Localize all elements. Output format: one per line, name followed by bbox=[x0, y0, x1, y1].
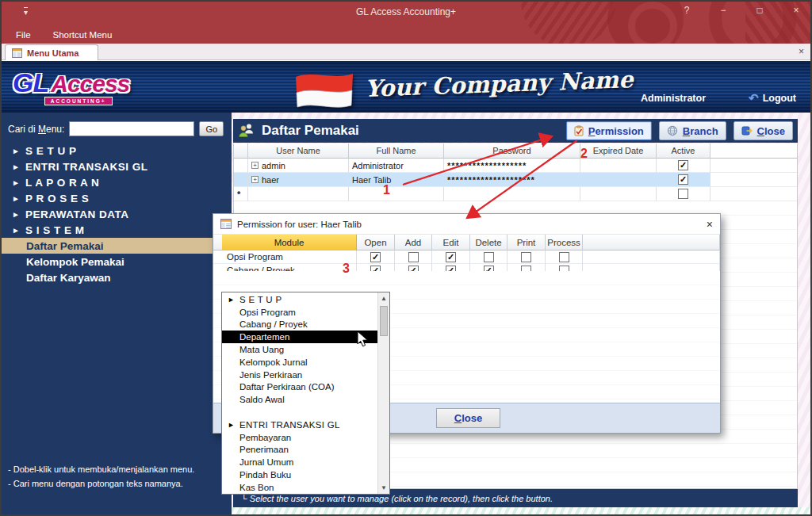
restore-icon[interactable]: □ bbox=[750, 5, 769, 16]
dropdown-item-kas-bon[interactable]: Kas Bon bbox=[222, 481, 377, 494]
dialog-close-icon[interactable]: × bbox=[707, 218, 713, 231]
row-selector[interactable] bbox=[234, 173, 248, 187]
dropdown-scrollbar[interactable]: ▲ ▼ bbox=[377, 292, 389, 494]
col-delete[interactable]: Delete bbox=[470, 235, 508, 250]
menu-search-input[interactable] bbox=[69, 121, 194, 136]
dropdown-item-pembayaran[interactable]: Pembayaran bbox=[222, 431, 377, 444]
minimize-icon[interactable]: − bbox=[714, 5, 733, 16]
dropdown-item-kelompok-jurnal[interactable]: Kelompok Jurnal bbox=[222, 356, 377, 369]
sidebar-item-proses[interactable]: ►P R O S E S bbox=[2, 190, 232, 206]
process-checkbox[interactable] bbox=[559, 252, 569, 262]
expand-icon[interactable]: + bbox=[251, 162, 259, 169]
close-form-icon[interactable]: × bbox=[799, 46, 804, 57]
dialog-title: Permission for user: Haer Talib bbox=[237, 220, 701, 229]
sidebar-item-laporan[interactable]: ►L A P O R A N bbox=[2, 174, 232, 190]
col-process[interactable]: Process bbox=[546, 235, 583, 250]
form-icon bbox=[12, 48, 22, 58]
logout-button[interactable]: ↶ Logout bbox=[749, 91, 796, 105]
dropdown-item-saldo-awal[interactable]: Saldo Awal bbox=[222, 393, 377, 406]
dialog-title-bar[interactable]: Permission for user: Haer Talib × bbox=[213, 214, 720, 235]
close-form-button[interactable]: Close bbox=[733, 121, 793, 140]
users-icon bbox=[238, 123, 255, 139]
col-active[interactable]: Active bbox=[657, 143, 710, 159]
company-name: Your Company Name bbox=[365, 66, 634, 102]
go-button[interactable]: Go bbox=[199, 121, 224, 136]
select-all-cell[interactable] bbox=[234, 143, 248, 159]
footnote: - Cari menu dengan potongan teks namanya… bbox=[8, 476, 194, 491]
col-print[interactable]: Print bbox=[508, 235, 546, 250]
bottom-stripe-decoration bbox=[232, 507, 810, 514]
permission-row-opsi-program[interactable]: Opsi Program ✓ ✓ bbox=[213, 250, 720, 264]
sidebar-item-perawatan-data[interactable]: ►PERAWATAN DATA bbox=[2, 206, 232, 222]
dropdown-item-opsi-program[interactable]: Opsi Program bbox=[222, 306, 377, 319]
title-bar: ▾ GL Access Accounting+ ? − □ × File Sho… bbox=[2, 2, 810, 44]
active-checkbox[interactable]: ✓ bbox=[678, 160, 688, 170]
sidebar-item-setup[interactable]: ►S E T U P bbox=[2, 143, 232, 159]
dropdown-item-jenis-perkiraan[interactable]: Jenis Perkiraan bbox=[222, 369, 377, 381]
globe-icon bbox=[667, 125, 678, 136]
menu-shortcut-menu[interactable]: Shortcut Menu bbox=[53, 30, 113, 40]
col-add[interactable]: Add bbox=[395, 235, 432, 250]
active-checkbox[interactable]: ✓ bbox=[678, 174, 688, 185]
dropdown-item-departemen[interactable]: Departemen bbox=[222, 331, 377, 343]
table-new-row[interactable]: * bbox=[234, 187, 797, 201]
open-checkbox[interactable]: ✓ bbox=[370, 252, 381, 262]
add-checkbox[interactable] bbox=[408, 252, 419, 262]
print-checkbox[interactable] bbox=[521, 252, 531, 262]
expand-icon[interactable]: + bbox=[251, 176, 259, 183]
table-row-haer[interactable]: +haer Haer Talib ********************* ✓ bbox=[234, 173, 797, 187]
header-filler bbox=[710, 143, 797, 159]
scrollbar-thumb[interactable] bbox=[380, 306, 388, 336]
dropdown-item-cabang-proyek[interactable]: Cabang / Proyek bbox=[222, 319, 377, 331]
group-arrow-icon: ► bbox=[12, 226, 25, 235]
col-module[interactable]: Module bbox=[222, 235, 357, 250]
col-open[interactable]: Open bbox=[357, 235, 395, 250]
logo-gl: GL bbox=[13, 67, 48, 97]
sidebar-item-daftar-pemakai[interactable]: Daftar Pemakai bbox=[2, 238, 232, 254]
dropdown-item-mata-uang[interactable]: Mata Uang bbox=[222, 343, 377, 356]
sidebar-item-sistem[interactable]: ►S I S T E M bbox=[2, 222, 232, 238]
col-full-name[interactable]: Full Name bbox=[349, 143, 444, 159]
dropdown-item-entri-transaksi-gl[interactable]: ►ENTRI TRANSAKSI GL bbox=[222, 419, 377, 431]
dropdown-item-pindah-buku[interactable]: Pindah Buku bbox=[222, 468, 377, 481]
dropdown-item-daftar-perkiraan-coa[interactable]: Daftar Perkiraan (COA) bbox=[222, 381, 377, 394]
col-edit[interactable]: Edit bbox=[432, 235, 470, 250]
tab-menu-utama[interactable]: Menu Utama bbox=[5, 44, 98, 60]
group-arrow-icon: ► bbox=[12, 210, 25, 219]
menu-file[interactable]: File bbox=[16, 30, 31, 40]
exit-door-icon bbox=[741, 125, 753, 136]
dialog-close-button[interactable]: Close bbox=[436, 408, 500, 428]
group-arrow-icon: ► bbox=[12, 194, 25, 203]
dropdown-item-setup[interactable]: ►S E T U P bbox=[222, 293, 377, 306]
close-window-icon[interactable]: × bbox=[787, 5, 806, 16]
dropdown-item-penerimaan[interactable]: Penerimaan bbox=[222, 444, 377, 457]
permission-button[interactable]: Permission bbox=[566, 121, 652, 140]
active-checkbox[interactable] bbox=[678, 189, 688, 199]
scroll-up-icon[interactable]: ▲ bbox=[378, 295, 389, 302]
form-title-bar: Daftar Pemakai Permission Branch Close bbox=[233, 119, 798, 143]
row-selector[interactable] bbox=[234, 159, 248, 173]
group-arrow-icon: ► bbox=[12, 162, 25, 171]
group-arrow-icon: ► bbox=[12, 178, 25, 187]
sidebar-item-entri-transaksi-gl[interactable]: ►ENTRI TRANSAKSI GL bbox=[2, 159, 232, 174]
table-header-row: User Name Full Name Password Expired Dat… bbox=[234, 143, 797, 159]
help-icon[interactable]: ? bbox=[677, 5, 696, 16]
delete-checkbox[interactable] bbox=[484, 252, 494, 262]
col-user-name[interactable]: User Name bbox=[248, 143, 349, 159]
edit-checkbox[interactable]: ✓ bbox=[446, 252, 456, 262]
sidebar-item-kelompok-pemakai[interactable]: Kelompok Pemakai bbox=[2, 254, 232, 269]
scroll-down-icon[interactable]: ▼ bbox=[378, 484, 389, 491]
indonesia-flag bbox=[293, 70, 355, 108]
col-password[interactable]: Password bbox=[444, 143, 580, 159]
dropdown-item-jurnal-umum[interactable]: Jurnal Umum bbox=[222, 456, 377, 468]
sidebar: Cari di Menu: Go ►S E T U P ►ENTRI TRANS… bbox=[2, 113, 232, 514]
table-row-admin[interactable]: +admin Administrator *******************… bbox=[234, 159, 797, 173]
dropdown-item-blank bbox=[222, 406, 377, 419]
sidebar-footnotes: - Dobel-klik untuk membuka/menjalankan m… bbox=[8, 462, 194, 491]
sidebar-item-daftar-karyawan[interactable]: Daftar Karyawan bbox=[2, 269, 232, 285]
gl-access-logo: GLAccess ACCOUNTING+ bbox=[13, 67, 113, 98]
branch-button[interactable]: Branch bbox=[659, 121, 726, 140]
col-expired-date[interactable]: Expired Date bbox=[580, 143, 657, 159]
permission-header-row: Module Open Add Edit Delete Print Proces… bbox=[213, 235, 720, 250]
status-text: └ Select the user you want to manage (cl… bbox=[241, 494, 553, 503]
